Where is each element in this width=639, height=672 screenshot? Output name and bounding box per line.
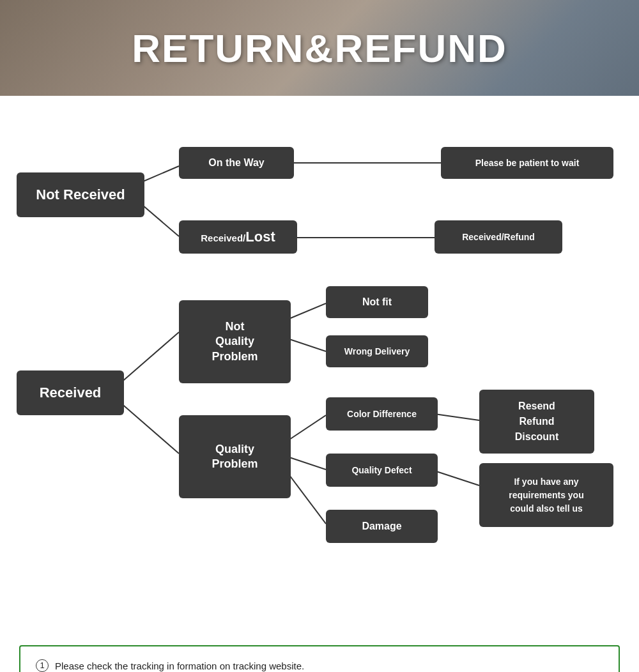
page-title: RETURN&REFUND — [132, 26, 507, 71]
wrong-delivery-box: Wrong Delivery — [326, 335, 428, 367]
damage-box: Damage — [326, 510, 438, 543]
received-lost-box: Received/Lost — [179, 220, 297, 254]
svg-line-7 — [288, 339, 326, 351]
svg-line-5 — [120, 402, 179, 454]
svg-line-10 — [288, 473, 326, 524]
quality-defect-box: Quality Defect — [326, 454, 438, 487]
notes-section: 1 Please check the tracking in formation… — [19, 645, 620, 672]
not-fit-box: Not fit — [326, 286, 428, 318]
flowchart: Not Received On the Way Received/Lost Pl… — [13, 115, 626, 639]
main-content: Not Received On the Way Received/Lost Pl… — [0, 96, 639, 672]
svg-line-12 — [435, 471, 479, 485]
svg-line-4 — [120, 332, 179, 383]
received-box: Received — [17, 370, 124, 415]
received-refund-box: Received/Refund — [435, 220, 562, 254]
note-item-1: 1 Please check the tracking in formation… — [36, 658, 603, 672]
header: RETURN&REFUND — [0, 0, 639, 96]
color-difference-box: Color Difference — [326, 397, 438, 431]
quality-problem-box: Quality Problem — [179, 415, 291, 498]
svg-line-6 — [288, 303, 326, 319]
if-you-have-box: If you have any requirements you could a… — [479, 463, 613, 527]
not-quality-problem-box: Not Quality Problem — [179, 300, 291, 383]
on-the-way-box: On the Way — [179, 147, 294, 179]
not-received-box: Not Received — [17, 172, 144, 217]
svg-line-11 — [435, 414, 479, 420]
resend-refund-discount-box: Resend Refund Discount — [479, 390, 594, 454]
note-number-1: 1 — [36, 659, 49, 672]
svg-line-9 — [288, 457, 326, 470]
please-be-patient-box: Please be patient to wait — [441, 147, 613, 179]
svg-line-8 — [288, 415, 326, 441]
